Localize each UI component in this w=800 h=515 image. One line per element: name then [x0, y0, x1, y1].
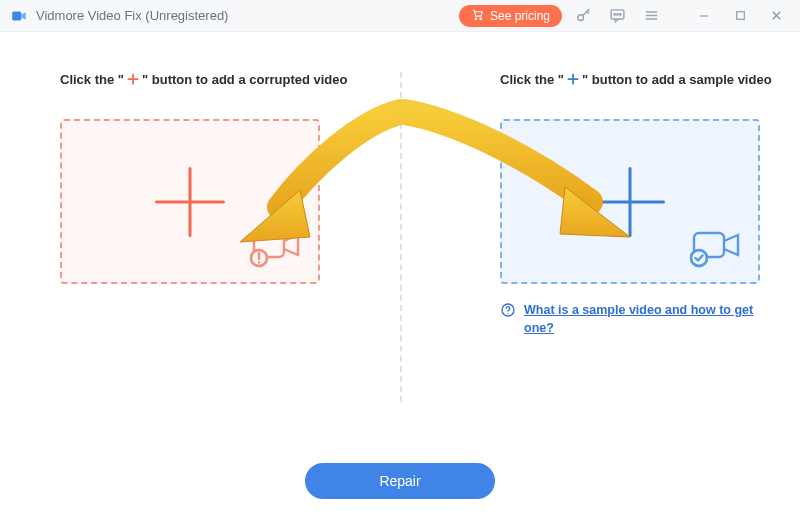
video-ok-icon	[688, 227, 746, 272]
footer: Repair	[0, 447, 800, 515]
plus-icon	[126, 72, 140, 89]
repair-button[interactable]: Repair	[305, 463, 495, 499]
sample-video-instruction: Click the "" button to add a sample vide…	[500, 72, 772, 89]
add-sample-video-dropzone[interactable]	[500, 119, 760, 284]
see-pricing-button[interactable]: See pricing	[459, 5, 562, 27]
plus-icon	[155, 167, 225, 237]
app-title: Vidmore Video Fix (Unregistered)	[36, 8, 228, 23]
corrupted-video-column: Click the "" button to add a corrupted v…	[60, 72, 350, 337]
plus-icon	[566, 72, 580, 89]
svg-point-5	[613, 14, 614, 15]
minimize-button[interactable]	[690, 3, 718, 29]
svg-point-6	[616, 14, 617, 15]
svg-point-12	[258, 261, 260, 263]
svg-point-2	[480, 18, 482, 20]
sample-video-help-link[interactable]: What is a sample video and how to get on…	[524, 302, 760, 337]
titlebar: Vidmore Video Fix (Unregistered) See pri…	[0, 0, 800, 32]
help-icon	[500, 302, 516, 318]
svg-rect-0	[12, 11, 21, 20]
maximize-button[interactable]	[726, 3, 754, 29]
key-icon[interactable]	[570, 3, 596, 29]
svg-rect-8	[736, 12, 744, 20]
corrupted-video-instruction: Click the "" button to add a corrupted v…	[60, 72, 347, 89]
svg-point-7	[619, 14, 620, 15]
plus-icon	[595, 167, 665, 237]
app-logo-icon	[10, 7, 28, 25]
vertical-divider	[400, 72, 402, 402]
sample-video-column: Click the "" button to add a sample vide…	[470, 72, 772, 337]
help-row: What is a sample video and how to get on…	[500, 302, 760, 337]
add-corrupted-video-dropzone[interactable]	[60, 119, 320, 284]
feedback-icon[interactable]	[604, 3, 630, 29]
menu-icon[interactable]	[638, 3, 664, 29]
cart-icon	[471, 8, 484, 24]
close-button[interactable]	[762, 3, 790, 29]
svg-point-17	[507, 313, 508, 314]
svg-point-3	[577, 15, 583, 21]
main-content: Click the "" button to add a corrupted v…	[0, 32, 800, 447]
see-pricing-label: See pricing	[490, 9, 550, 23]
video-error-icon	[248, 227, 306, 272]
svg-point-1	[475, 18, 477, 20]
